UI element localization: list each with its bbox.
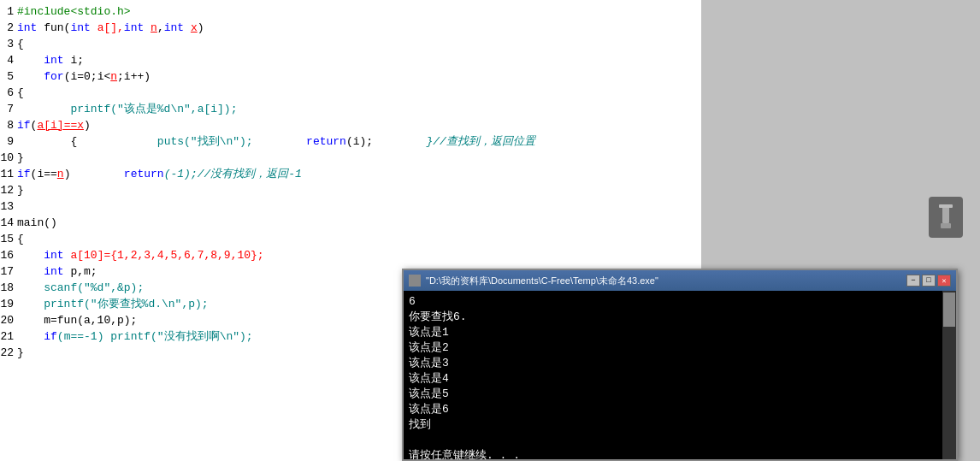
table-row: 2int fun(int a[],int n,int x) xyxy=(0,20,701,36)
line-number: 18 xyxy=(0,280,17,296)
maximize-button[interactable]: □ xyxy=(922,275,936,287)
line-content: int a[10]={1,2,3,4,5,6,7,8,9,10}; xyxy=(17,247,701,263)
table-row: 12} xyxy=(0,182,701,198)
table-row: 7 printf("该点是%d\n",a[i]); xyxy=(0,101,701,117)
line-content: if(a[i]==x) xyxy=(17,117,701,133)
console-title-text: "D:\我的资料库\Documents\C-Free\Temp\未命名43.ex… xyxy=(426,275,906,287)
table-row: 4 int i; xyxy=(0,52,701,68)
line-number: 19 xyxy=(0,296,17,312)
table-row: 1#include<stdio.h> xyxy=(0,3,701,20)
table-row: 15{ xyxy=(0,231,701,247)
scrollbar-thumb[interactable] xyxy=(943,293,955,327)
line-number: 10 xyxy=(0,150,17,166)
line-number: 6 xyxy=(0,85,17,101)
line-content: } xyxy=(17,182,701,198)
line-number: 4 xyxy=(0,52,17,68)
line-number: 14 xyxy=(0,215,17,231)
console-body: 6 你要查找6. 该点是1 该点是2 该点是3 该点是4 该点是5 该点是6 找… xyxy=(404,291,956,459)
table-row: 9 { puts("找到\n"); return(i); }//查找到，返回位置 xyxy=(0,133,701,150)
line-number: 3 xyxy=(0,36,17,52)
console-controls: − □ ✕ xyxy=(906,275,951,287)
line-number: 21 xyxy=(0,328,17,345)
line-number: 13 xyxy=(0,198,17,215)
table-row: 5 for(i=0;i<n;i++) xyxy=(0,68,701,85)
line-number: 9 xyxy=(0,133,17,150)
line-content: printf("该点是%d\n",a[i]); xyxy=(17,101,701,117)
console-content: 6 你要查找6. 该点是1 该点是2 该点是3 该点是4 该点是5 该点是6 找… xyxy=(404,291,942,459)
line-content: { xyxy=(17,85,701,101)
line-number: 17 xyxy=(0,263,17,280)
line-content: } xyxy=(17,150,701,166)
line-content: { xyxy=(17,36,701,52)
line-content: main() xyxy=(17,215,701,231)
line-number: 1 xyxy=(0,3,17,20)
table-row: 11if(i==n) return(-1);//没有找到，返回-1 xyxy=(0,166,701,182)
table-row: 10} xyxy=(0,150,701,166)
line-content: int fun(int a[],int n,int x) xyxy=(17,20,701,36)
usb-icon xyxy=(929,197,963,238)
table-row: 8if(a[i]==x) xyxy=(0,117,701,133)
line-number: 12 xyxy=(0,182,17,198)
table-row: 13 xyxy=(0,198,701,215)
line-content: if(i==n) return(-1);//没有找到，返回-1 xyxy=(17,166,701,182)
table-row: 3{ xyxy=(0,36,701,52)
table-row: 14main() xyxy=(0,215,701,231)
line-number: 11 xyxy=(0,166,17,182)
minimize-button[interactable]: − xyxy=(906,275,920,287)
table-row: 16 int a[10]={1,2,3,4,5,6,7,8,9,10}; xyxy=(0,247,701,263)
svg-rect-1 xyxy=(941,223,951,228)
line-number: 7 xyxy=(0,101,17,117)
line-content: for(i=0;i<n;i++) xyxy=(17,68,701,85)
console-window: "D:\我的资料库\Documents\C-Free\Temp\未命名43.ex… xyxy=(402,269,958,461)
table-row: 6{ xyxy=(0,85,701,101)
line-number: 8 xyxy=(0,117,17,133)
line-content: { puts("找到\n"); return(i); }//查找到，返回位置 xyxy=(17,133,701,150)
line-number: 2 xyxy=(0,20,17,36)
line-number: 5 xyxy=(0,68,17,85)
console-title-icon xyxy=(409,275,421,287)
line-content: int i; xyxy=(17,52,701,68)
console-scrollbar[interactable] xyxy=(942,291,956,459)
console-titlebar: "D:\我的资料库\Documents\C-Free\Temp\未命名43.ex… xyxy=(404,270,956,291)
svg-rect-0 xyxy=(942,206,949,223)
svg-rect-2 xyxy=(939,204,953,208)
line-number: 22 xyxy=(0,345,17,361)
close-button[interactable]: ✕ xyxy=(937,275,951,287)
line-content: { xyxy=(17,231,701,247)
line-number: 15 xyxy=(0,231,17,247)
line-number: 16 xyxy=(0,247,17,263)
line-number: 20 xyxy=(0,312,17,328)
line-content: #include<stdio.h> xyxy=(17,3,701,20)
